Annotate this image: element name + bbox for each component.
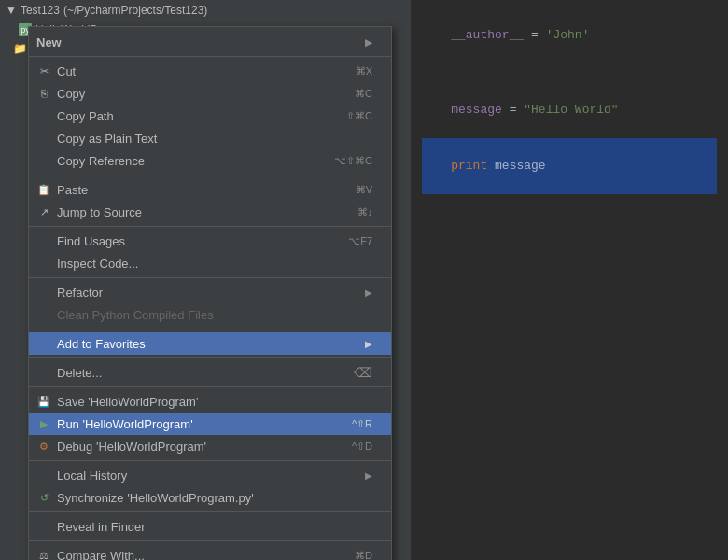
separator-9 [29, 511, 391, 512]
cut-icon: ✂ [36, 63, 51, 78]
compare-label: Compare With... [57, 549, 145, 561]
compare-icon: ⚖ [36, 548, 51, 560]
refactor-label: Refactor [57, 286, 103, 300]
compare-shortcut: ⌘D [355, 550, 372, 561]
copy-label: Copy [57, 87, 85, 101]
copy-path-label: Copy Path [57, 109, 114, 123]
clean-label: Clean Python Compiled Files [57, 308, 214, 322]
project-title: Test123 [21, 4, 60, 17]
menu-item-sync[interactable]: ↺ Synchronize 'HelloWorldProgram.py' [29, 486, 391, 509]
code-line-2 [422, 63, 717, 82]
local-history-arrow: ▶ [365, 470, 372, 481]
debug-label: Debug 'HelloWorldProgram' [57, 440, 206, 454]
equals-sign-2: = [502, 103, 524, 117]
menu-item-clean[interactable]: Clean Python Compiled Files [29, 303, 391, 326]
favorites-arrow: ▶ [365, 339, 372, 349]
separator-2 [29, 175, 391, 175]
separator-6 [29, 357, 391, 358]
copy-path-shortcut: ⇧⌘C [346, 110, 372, 122]
paste-label: Paste [57, 183, 88, 197]
menu-item-local-history[interactable]: Local History ▶ [29, 464, 391, 486]
separator-8 [29, 460, 391, 461]
print-keyword: print [451, 159, 487, 173]
menu-item-inspect[interactable]: Inspect Code... [29, 252, 391, 274]
author-keyword: __author__ [451, 28, 524, 42]
separator-4 [29, 277, 391, 278]
cut-label: Cut [57, 64, 76, 78]
favorites-label: Add to Favorites [57, 337, 146, 351]
copy-plain-label: Copy as Plain Text [57, 132, 157, 146]
separator-5 [29, 329, 391, 329]
separator-10 [29, 540, 391, 541]
collapse-arrow: ▼ [6, 4, 17, 17]
left-panel: ▼ Test123 (~/PycharmProjects/Test123) py… [0, 0, 411, 560]
code-line-4: print message [422, 138, 717, 194]
menu-item-run[interactable]: ▶ Run 'HelloWorldProgram' ^⇧R [29, 413, 391, 435]
menu-item-reveal[interactable]: Reveal in Finder [29, 515, 391, 538]
menu-item-compare[interactable]: ⚖ Compare With... ⌘D [29, 544, 391, 560]
jump-icon: ↗ [36, 204, 51, 219]
menu-item-new[interactable]: New ▶ [29, 31, 391, 53]
menu-item-copy[interactable]: ⎘ Copy ⌘C [29, 82, 391, 105]
menu-item-copy-path[interactable]: Copy Path ⇧⌘C [29, 105, 391, 127]
run-label: Run 'HelloWorldProgram' [57, 417, 193, 431]
paste-icon: 📋 [36, 182, 51, 197]
separator-1 [29, 56, 391, 57]
run-shortcut: ^⇧R [352, 418, 372, 430]
menu-item-copy-ref[interactable]: Copy Reference ⌥⇧⌘C [29, 149, 391, 172]
jump-label: Jump to Source [57, 205, 142, 219]
debug-icon: ⚙ [36, 439, 51, 454]
menu-item-refactor[interactable]: Refactor ▶ [29, 281, 391, 303]
run-icon: ▶ [36, 416, 51, 431]
menu-item-copy-plain[interactable]: Copy as Plain Text [29, 127, 391, 149]
code-line-1: __author__ = 'John' [422, 7, 717, 63]
debug-shortcut: ^⇧D [352, 441, 372, 453]
context-menu: New ▶ ✂ Cut ⌘X ⎘ Copy ⌘C Copy Path ⇧⌘C C… [28, 26, 392, 560]
save-label: Save 'HelloWorldProgram' [57, 395, 198, 409]
find-shortcut: ⌥F7 [348, 235, 372, 247]
copy-shortcut: ⌘C [355, 88, 372, 100]
jump-shortcut: ⌘↓ [357, 206, 373, 218]
code-line-3: message = "Hello World" [422, 82, 717, 138]
delete-label: Delete... [57, 366, 102, 380]
separator-7 [29, 386, 391, 387]
message-value: "Hello World" [524, 103, 618, 117]
equals-sign: = [524, 28, 545, 42]
project-header: ▼ Test123 (~/PycharmProjects/Test123) [0, 0, 411, 21]
editor-panel: __author__ = 'John' message = "Hello Wor… [411, 0, 728, 560]
menu-item-favorites[interactable]: Add to Favorites ▶ [29, 332, 391, 355]
local-history-label: Local History [57, 469, 127, 483]
inspect-label: Inspect Code... [57, 257, 138, 271]
sync-label: Synchronize 'HelloWorldProgram.py' [57, 491, 254, 505]
menu-item-cut[interactable]: ✂ Cut ⌘X [29, 60, 391, 82]
separator-3 [29, 226, 391, 227]
paste-shortcut: ⌘V [356, 184, 372, 196]
menu-item-delete[interactable]: Delete... ⌫ [29, 361, 391, 384]
find-label: Find Usages [57, 234, 125, 248]
print-arg: message [487, 159, 545, 173]
menu-item-find[interactable]: Find Usages ⌥F7 [29, 230, 391, 252]
new-arrow: ▶ [365, 37, 372, 48]
copy-ref-label: Copy Reference [57, 154, 145, 168]
cut-shortcut: ⌘X [356, 65, 372, 77]
new-label: New [36, 35, 62, 49]
save-icon: 💾 [36, 394, 51, 409]
message-var: message [451, 103, 502, 117]
copy-ref-shortcut: ⌥⇧⌘C [334, 155, 372, 167]
menu-item-debug[interactable]: ⚙ Debug 'HelloWorldProgram' ^⇧D [29, 435, 391, 457]
project-path: (~/PycharmProjects/Test123) [63, 4, 207, 17]
refactor-arrow: ▶ [365, 287, 372, 298]
reveal-label: Reveal in Finder [57, 520, 146, 534]
sync-icon: ↺ [36, 490, 51, 505]
menu-item-paste[interactable]: 📋 Paste ⌘V [29, 178, 391, 201]
copy-icon: ⎘ [36, 86, 51, 101]
menu-item-save[interactable]: 💾 Save 'HelloWorldProgram' [29, 390, 391, 413]
delete-shortcut: ⌫ [354, 365, 372, 380]
author-value: 'John' [546, 28, 590, 42]
menu-item-jump[interactable]: ↗ Jump to Source ⌘↓ [29, 201, 391, 223]
